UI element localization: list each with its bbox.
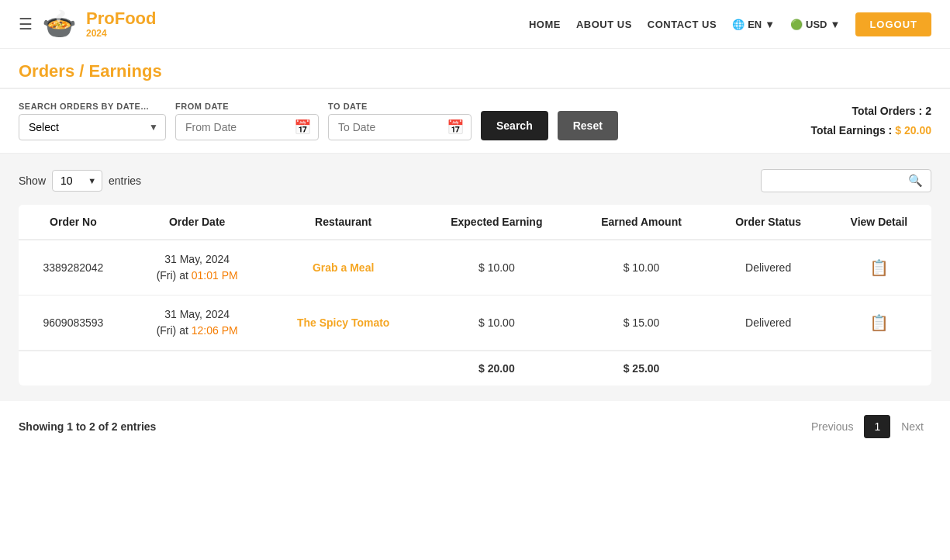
cell-order-no: 3389282042 — [19, 240, 128, 296]
lang-chevron-icon: ▼ — [765, 19, 775, 30]
cell-expected-earning: $ 10.00 — [420, 240, 573, 296]
totals-earned: $ 25.00 — [573, 351, 710, 385]
pagination-bar: Showing 1 to 2 of 2 entries Previous 1 N… — [0, 401, 950, 452]
col-view-detail: View Detail — [827, 205, 931, 240]
cell-restaurant: The Spicy Tomato — [266, 296, 420, 351]
logout-button[interactable]: LOGOUT — [855, 12, 931, 36]
table-body: 3389282042 31 May, 2024 (Fri) at 01:01 P… — [19, 240, 931, 385]
total-orders-label: Total Orders : — [852, 102, 922, 121]
search-orders-select[interactable]: Select — [19, 114, 166, 140]
search-button[interactable]: Search — [481, 111, 548, 140]
to-date-input[interactable] — [328, 114, 472, 140]
nav-contact[interactable]: CONTACT US — [648, 19, 717, 30]
col-order-status: Order Status — [710, 205, 827, 240]
order-time: 01:01 PM — [192, 269, 238, 282]
totals-empty-3 — [266, 351, 420, 385]
table-header: Order No Order Date Restaurant Expected … — [19, 205, 931, 240]
page-title: Orders / Earnings — [19, 61, 931, 81]
to-date-input-wrap: 📅 — [328, 114, 472, 140]
summary-box: Total Orders : 2 Total Earnings : $ 20.0… — [811, 102, 931, 140]
next-button[interactable]: Next — [893, 416, 931, 437]
logo-food: Food — [115, 9, 157, 28]
select-wrapper: Select ▼ — [19, 114, 166, 140]
entries-label: entries — [109, 175, 141, 187]
order-time: 12:06 PM — [192, 324, 238, 337]
cell-order-status: Delivered — [710, 240, 827, 296]
language-button[interactable]: 🌐 EN ▼ — [732, 19, 775, 30]
from-date-input-wrap: 📅 — [175, 114, 319, 140]
filter-bar: SEARCH ORDERS BY DATE... Select ▼ FROM D… — [0, 89, 950, 154]
total-earnings-label: Total Earnings : — [811, 121, 893, 140]
totals-empty-5 — [827, 351, 931, 385]
total-earnings-row: Total Earnings : $ 20.00 — [811, 121, 931, 140]
to-date-group: TO DATE 📅 — [328, 102, 472, 140]
logo-pro: Pro — [86, 9, 115, 28]
table-search-icon[interactable]: 🔍 — [908, 174, 923, 188]
header-nav: HOME ABOUT US CONTACT US 🌐 EN ▼ 🟢 USD ▼ … — [529, 12, 931, 36]
from-date-group: FROM DATE 📅 — [175, 102, 319, 140]
pagination-controls: Previous 1 Next — [803, 415, 931, 438]
cell-order-status: Delivered — [710, 296, 827, 351]
show-entries: Show 10 25 50 100 ▼ entries — [19, 170, 141, 192]
table-row: 9609083593 31 May, 2024 (Fri) at 12:06 P… — [19, 296, 931, 351]
header: ☰ 🍲 ProFood 2024 HOME ABOUT US CONTACT U… — [0, 0, 950, 49]
col-earned-amount: Earned Amount — [573, 205, 710, 240]
hamburger-icon[interactable]: ☰ — [19, 15, 33, 33]
table-header-row: Order No Order Date Restaurant Expected … — [19, 205, 931, 240]
totals-empty-1 — [19, 351, 128, 385]
view-detail-icon[interactable]: 📋 — [869, 314, 889, 331]
cell-earned-amount: $ 15.00 — [573, 296, 710, 351]
col-restaurant: Restaurant — [266, 205, 420, 240]
totals-expected: $ 20.00 — [420, 351, 573, 385]
restaurant-link[interactable]: Grab a Meal — [313, 261, 374, 274]
previous-button[interactable]: Previous — [803, 416, 861, 437]
logo-text: ProFood 2024 — [86, 9, 156, 38]
reset-button[interactable]: Reset — [558, 111, 618, 140]
cell-expected-earning: $ 10.00 — [420, 296, 573, 351]
from-date-label: FROM DATE — [175, 102, 319, 111]
total-earnings-value: $ 20.00 — [895, 121, 931, 140]
page-1-button[interactable]: 1 — [864, 415, 890, 438]
cell-order-no: 9609083593 — [19, 296, 128, 351]
search-orders-group: SEARCH ORDERS BY DATE... Select ▼ — [19, 102, 166, 140]
logo-icon: 🍲 — [42, 8, 77, 40]
table-search-input[interactable] — [769, 175, 908, 187]
table-section: Show 10 25 50 100 ▼ entries 🔍 Order No O… — [0, 154, 950, 401]
cell-view-detail: 📋 — [827, 296, 931, 351]
cell-earned-amount: $ 10.00 — [573, 240, 710, 296]
cell-order-date: 31 May, 2024 (Fri) at 01:01 PM — [128, 240, 266, 296]
entries-select[interactable]: 10 25 50 100 — [52, 170, 102, 192]
col-expected-earning: Expected Earning — [420, 205, 573, 240]
header-left: ☰ 🍲 ProFood 2024 — [19, 8, 156, 40]
nav-home[interactable]: HOME — [529, 19, 561, 30]
totals-row: $ 20.00 $ 25.00 — [19, 351, 931, 385]
to-date-label: TO DATE — [328, 102, 472, 111]
logo-brand: ProFood — [86, 9, 156, 28]
currency-chevron-icon: ▼ — [831, 19, 841, 30]
col-order-date: Order Date — [128, 205, 266, 240]
from-date-input[interactable] — [175, 114, 319, 140]
logo-year: 2024 — [86, 29, 156, 39]
entries-select-wrap: 10 25 50 100 ▼ — [52, 170, 102, 192]
showing-text: Showing 1 to 2 of 2 entries — [19, 420, 156, 433]
table-controls: Show 10 25 50 100 ▼ entries 🔍 — [19, 169, 931, 192]
col-order-no: Order No — [19, 205, 128, 240]
totals-empty-4 — [710, 351, 827, 385]
total-orders-row: Total Orders : 2 — [811, 102, 931, 121]
table-row: 3389282042 31 May, 2024 (Fri) at 01:01 P… — [19, 240, 931, 296]
cell-view-detail: 📋 — [827, 240, 931, 296]
restaurant-link[interactable]: The Spicy Tomato — [297, 316, 390, 329]
nav-about[interactable]: ABOUT US — [576, 19, 632, 30]
page-title-bar: Orders / Earnings — [0, 49, 950, 89]
cell-order-date: 31 May, 2024 (Fri) at 12:06 PM — [128, 296, 266, 351]
search-orders-label: SEARCH ORDERS BY DATE... — [19, 102, 166, 111]
table-search-wrap: 🔍 — [761, 169, 931, 192]
data-table: Order No Order Date Restaurant Expected … — [19, 205, 931, 385]
currency-button[interactable]: 🟢 USD ▼ — [790, 19, 840, 30]
view-detail-icon[interactable]: 📋 — [869, 259, 889, 276]
show-label: Show — [19, 175, 46, 187]
total-orders-value: 2 — [925, 102, 931, 121]
totals-empty-2 — [128, 351, 266, 385]
cell-restaurant: Grab a Meal — [266, 240, 420, 296]
